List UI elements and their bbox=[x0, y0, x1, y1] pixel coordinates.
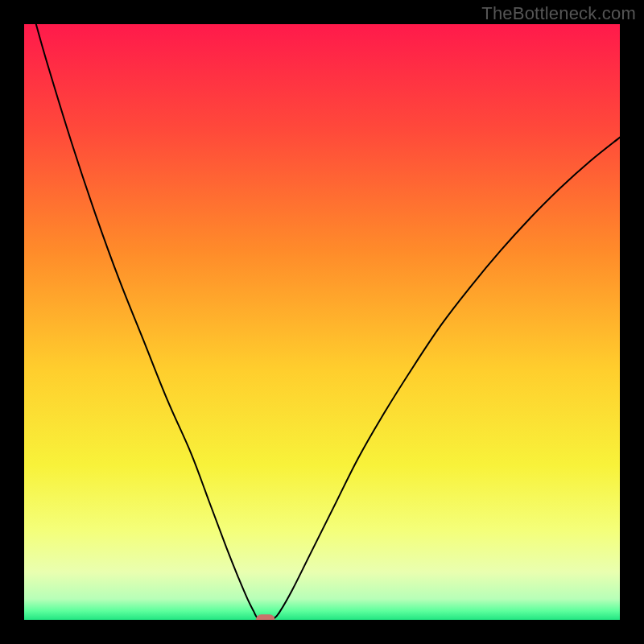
watermark-text: TheBottleneck.com bbox=[481, 3, 636, 24]
chart-svg bbox=[24, 24, 620, 620]
chart-container: TheBottleneck.com bbox=[0, 0, 644, 644]
plot-area bbox=[24, 24, 620, 620]
min-marker bbox=[256, 614, 275, 620]
